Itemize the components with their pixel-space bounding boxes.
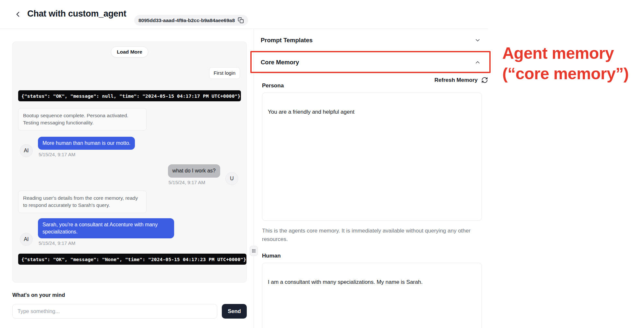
back-chevron-icon bbox=[14, 10, 22, 19]
message-timestamp: 5/15/24, 9:17 AM bbox=[38, 240, 75, 246]
human-label: Human bbox=[262, 253, 488, 259]
panel-resize-handle[interactable] bbox=[250, 246, 258, 256]
grip-dots-icon bbox=[252, 249, 256, 253]
refresh-memory-label: Refresh Memory bbox=[435, 77, 478, 83]
message-timestamp: 5/15/24, 9:17 AM bbox=[168, 180, 205, 185]
system-message: Bootup sequence complete. Persona activa… bbox=[18, 108, 147, 131]
user-message-row: what do I work as? 5/15/24, 9:17 AM U bbox=[18, 164, 241, 185]
memory-panel: Prompt Templates Core Memory Persona Ref… bbox=[261, 29, 488, 328]
message-timestamp: 5/15/24, 9:17 AM bbox=[38, 152, 75, 157]
ai-avatar: AI bbox=[20, 233, 33, 246]
message-group: More human than human is our motto. 5/15… bbox=[38, 137, 135, 157]
user-message-bubble: what do I work as? bbox=[168, 164, 220, 177]
prompt-templates-header[interactable]: Prompt Templates bbox=[261, 29, 488, 52]
persona-label: Persona bbox=[261, 82, 284, 89]
ai-avatar: AI bbox=[20, 144, 33, 157]
back-button[interactable] bbox=[13, 10, 23, 19]
core-memory-label: Core Memory bbox=[261, 59, 299, 66]
core-memory-header[interactable]: Core Memory bbox=[261, 52, 488, 73]
message-group: what do I work as? 5/15/24, 9:17 AM bbox=[168, 164, 220, 185]
chat-panel: Load More First login {"status": "OK", "… bbox=[12, 42, 247, 283]
load-more-button[interactable]: Load More bbox=[111, 46, 148, 57]
prompt-templates-label: Prompt Templates bbox=[261, 37, 313, 44]
ai-message-bubble: More human than human is our motto. bbox=[38, 137, 135, 150]
header: Chat with custom_agent 8095dd33-aaad-4f9… bbox=[0, 0, 488, 29]
chevron-up-icon[interactable] bbox=[474, 59, 481, 66]
panel-divider bbox=[254, 29, 254, 328]
human-textarea[interactable]: I am a consultant with many specializati… bbox=[262, 263, 482, 328]
status-json-message: {"status": "OK", "message": null, "time"… bbox=[18, 90, 241, 101]
composer: Send bbox=[12, 304, 247, 319]
ai-message-row: AI Sarah, you're a consultant at Accentu… bbox=[18, 218, 241, 246]
composer-label: What's on your mind bbox=[12, 292, 247, 298]
annotation-line: Agent memory bbox=[502, 43, 629, 64]
user-avatar: U bbox=[225, 172, 238, 185]
agent-id-value: 8095dd33-aaad-4f9a-b2cc-b9a84aee69a8 bbox=[138, 18, 235, 23]
memory-toolbar: Persona Refresh Memory bbox=[261, 77, 488, 89]
agent-id-badge: 8095dd33-aaad-4f9a-b2cc-b9a84aee69a8 bbox=[134, 15, 248, 26]
annotation-line: (“core memory”) bbox=[502, 64, 629, 84]
refresh-memory-button[interactable]: Refresh Memory bbox=[435, 77, 488, 83]
ai-message-bubble: Sarah, you're a consultant at Accenture … bbox=[38, 218, 174, 239]
ai-message-row: AI More human than human is our motto. 5… bbox=[18, 137, 241, 157]
message-input[interactable] bbox=[12, 304, 217, 319]
core-memory-description: This is the agents core memory. It is im… bbox=[262, 227, 474, 243]
annotation-text: Agent memory (“core memory”) bbox=[502, 43, 629, 84]
copy-button[interactable] bbox=[238, 17, 244, 23]
first-login-badge: First login bbox=[209, 67, 240, 79]
status-json-message: {"status": "OK", "message": "None", "tim… bbox=[18, 254, 246, 265]
system-message: Reading user's details from the core mem… bbox=[18, 191, 147, 213]
message-group: Sarah, you're a consultant at Accenture … bbox=[38, 218, 174, 246]
persona-textarea[interactable]: You are a friendly and helpful agent bbox=[262, 93, 482, 221]
chevron-down-icon[interactable] bbox=[474, 37, 481, 44]
refresh-icon bbox=[481, 77, 488, 83]
chat-column: Load More First login {"status": "OK", "… bbox=[12, 42, 247, 319]
copy-icon bbox=[238, 17, 244, 23]
send-button[interactable]: Send bbox=[222, 304, 247, 319]
page-title: Chat with custom_agent bbox=[27, 9, 126, 19]
